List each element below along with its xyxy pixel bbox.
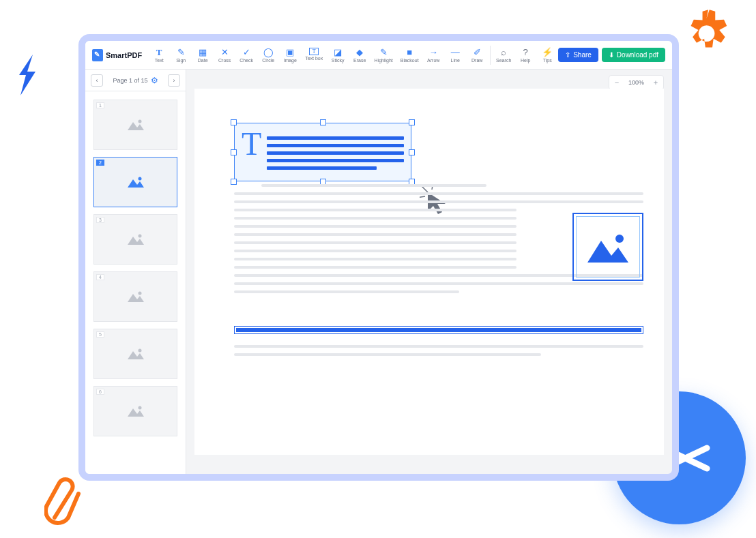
share-icon: ⇧ <box>565 51 570 59</box>
highlight-icon: ✎ <box>379 48 388 57</box>
dropcap-icon: T <box>242 129 261 175</box>
svg-point-2 <box>138 120 141 123</box>
share-button[interactable]: ⇧ Share <box>558 48 598 62</box>
divider-element[interactable] <box>234 326 643 334</box>
svg-point-6 <box>138 349 141 353</box>
text-lines <box>267 129 404 175</box>
tool-text[interactable]: TText <box>149 46 169 64</box>
thumbnail-6[interactable]: 6 <box>93 386 177 436</box>
document-page[interactable]: T <box>194 89 664 455</box>
tool-erase[interactable]: ◆Erase <box>349 46 370 64</box>
thumbnail-4[interactable]: 4 <box>93 271 177 322</box>
resize-handle-tl[interactable] <box>231 119 237 125</box>
app-logo: SmartPDF <box>92 49 142 61</box>
thumb-placeholder-icon <box>126 290 145 303</box>
app-window: SmartPDF TText ✎Sign ▦Date ✕Cross ✓Check… <box>78 34 679 481</box>
tool-tips[interactable]: ⚡Tips <box>537 46 557 64</box>
zoom-value: 100% <box>624 79 648 86</box>
sticky-icon: ◪ <box>333 48 343 57</box>
svg-point-11 <box>615 235 624 243</box>
resize-handle-ml[interactable] <box>231 149 237 155</box>
page-indicator: Page 1 of 15 ⚙ <box>113 76 158 85</box>
cross-icon: ✕ <box>220 48 229 57</box>
canvas: − 100% + T <box>186 70 672 474</box>
decor-bolt-icon <box>14 55 41 95</box>
erase-icon: ◆ <box>355 48 364 57</box>
tool-highlight[interactable]: ✎Highlight <box>371 46 396 64</box>
thumb-placeholder-icon <box>126 404 145 418</box>
download-button[interactable]: ⬇ Download pdf <box>602 48 665 62</box>
thumbnail-list: 1 2 3 4 5 <box>85 91 186 474</box>
circle-icon: ◯ <box>263 48 273 57</box>
tool-check[interactable]: ✓Check <box>236 46 257 64</box>
resize-handle-tm[interactable] <box>320 119 326 125</box>
svg-point-4 <box>138 235 141 238</box>
selected-text-element[interactable]: T <box>234 123 411 181</box>
blackout-icon: ■ <box>405 48 414 57</box>
svg-point-3 <box>138 177 141 181</box>
help-icon: ? <box>521 48 530 57</box>
thumbnail-3[interactable]: 3 <box>93 214 177 265</box>
check-icon: ✓ <box>242 48 251 57</box>
thumb-placeholder-icon <box>126 175 145 189</box>
svg-point-7 <box>138 406 141 410</box>
thumbnail-sidebar: ‹ Page 1 of 15 ⚙ › 1 2 3 <box>85 70 186 474</box>
arrow-icon: → <box>428 48 438 57</box>
tips-icon: ⚡ <box>542 48 552 57</box>
document-text-footer <box>234 345 643 356</box>
settings-icon[interactable]: ⚙ <box>151 76 158 85</box>
tool-sticky[interactable]: ◪Sticky <box>328 46 348 64</box>
tool-image[interactable]: ▣Image <box>280 46 300 64</box>
thumbnail-1[interactable]: 1 <box>93 100 177 150</box>
thumbnail-5[interactable]: 5 <box>93 329 177 379</box>
sign-icon: ✎ <box>176 48 186 57</box>
logo-icon <box>92 49 103 61</box>
tool-textbox[interactable]: TText box <box>302 46 326 64</box>
download-icon: ⬇ <box>609 51 614 59</box>
zoom-out-button[interactable]: − <box>609 78 624 87</box>
tool-blackout[interactable]: ■Blackout <box>397 46 422 64</box>
image-placeholder-icon <box>584 228 632 266</box>
image-icon: ▣ <box>285 48 295 57</box>
prev-page-button[interactable]: ‹ <box>91 74 103 87</box>
date-icon: ▦ <box>198 48 207 57</box>
search-icon: ⌕ <box>499 48 508 57</box>
tool-cross[interactable]: ✕Cross <box>214 46 235 64</box>
next-page-button[interactable]: › <box>168 74 180 87</box>
tool-line[interactable]: —Line <box>445 46 465 64</box>
thumb-placeholder-icon <box>126 118 145 132</box>
thumb-placeholder-icon <box>126 347 145 361</box>
toolbar: SmartPDF TText ✎Sign ▦Date ✕Cross ✓Check… <box>85 41 672 70</box>
tool-date[interactable]: ▦Date <box>192 46 213 64</box>
tool-arrow[interactable]: →Arrow <box>423 46 444 64</box>
tool-search[interactable]: ⌕Search <box>493 46 514 64</box>
zoom-in-button[interactable]: + <box>648 78 663 87</box>
line-icon: — <box>450 48 460 57</box>
textbox-icon: T <box>309 48 319 55</box>
page-navigator: ‹ Page 1 of 15 ⚙ › <box>85 70 186 91</box>
help-tools: ⌕Search ?Help ⚡Tips <box>493 46 557 64</box>
tool-sign[interactable]: ✎Sign <box>171 46 191 64</box>
decor-clip-icon <box>44 470 82 531</box>
logo-text: SmartPDF <box>106 51 142 59</box>
tool-circle[interactable]: ◯Circle <box>258 46 278 64</box>
toolbar-divider <box>490 46 491 65</box>
tool-help[interactable]: ?Help <box>515 46 536 64</box>
image-element[interactable] <box>572 213 643 281</box>
text-icon: T <box>154 48 164 57</box>
svg-point-5 <box>138 292 141 295</box>
edit-tools: TText ✎Sign ▦Date ✕Cross ✓Check ◯Circle … <box>149 46 487 64</box>
thumb-placeholder-icon <box>126 233 145 246</box>
thumbnail-2[interactable]: 2 <box>93 157 177 207</box>
tool-draw[interactable]: ✐Draw <box>467 46 487 64</box>
draw-icon: ✐ <box>472 48 482 57</box>
resize-handle-mr[interactable] <box>409 149 415 155</box>
zoom-control: − 100% + <box>609 75 664 90</box>
resize-handle-tr[interactable] <box>409 119 415 125</box>
decor-gear-icon <box>678 7 736 65</box>
